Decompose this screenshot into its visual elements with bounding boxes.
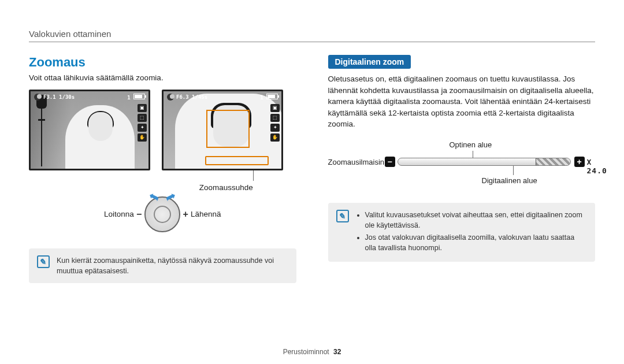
osd-icon: ▣ — [270, 104, 280, 112]
callout-line — [513, 166, 514, 175]
exposure-info-1: F3.1 1/30s — [43, 94, 75, 100]
minus-icon: − — [385, 157, 395, 167]
section-title-zoom: Zoomaus — [29, 55, 296, 70]
zoom-indicator-diagram: Optinen alue Zoomausilmaisin − + X 24.0 … — [328, 140, 596, 187]
plus-icon: + — [574, 157, 585, 167]
note-icon: ✎ — [37, 255, 50, 268]
osd-icon: ✦ — [138, 124, 147, 132]
note-item: Jos otat valokuvan digitaalisella zoomil… — [365, 232, 588, 253]
zoom-dial[interactable]: ➦ ➦ − + — [144, 196, 180, 232]
plus-icon: + — [183, 209, 188, 220]
digital-zoom-heading: Digitaalinen zoom — [328, 55, 411, 69]
shot-count: 1 — [127, 95, 130, 101]
callout-line — [473, 151, 473, 158]
zoom-indicator-label: Zoomausilmaisin — [328, 158, 385, 166]
shot-count: 1 — [260, 95, 263, 101]
note-box: ✎ Kun kierrät zoomauspainiketta, näytöss… — [29, 248, 296, 283]
digital-zone — [536, 158, 570, 165]
page-footer: Perustoiminnot 32 — [0, 348, 624, 356]
osd-icon: ✋ — [138, 133, 147, 142]
osd-icon: ⬚ — [138, 114, 147, 122]
note-list: Valitut kuvausasetukset voivat aiheuttaa… — [356, 210, 588, 255]
battery-icon — [133, 94, 145, 99]
left-column: Zoomaus Voit ottaa lähikuvia säätämällä … — [29, 55, 296, 283]
viewfinder-tele: F6.3 1/45s 1 ▣ ⬚ ✦ ✋ — [162, 90, 283, 170]
osd-icon: ▣ — [138, 104, 147, 112]
osd-icon: ✦ — [270, 124, 280, 132]
zoom-dial-row: Loitonna ➦ ➦ − + Lähennä — [29, 196, 296, 232]
mode-icon — [34, 94, 41, 101]
optical-range-label: Optinen alue — [450, 140, 492, 149]
note-text: Kun kierrät zoomauspainiketta, näytössä … — [57, 255, 288, 276]
breadcrumb: Valokuvien ottaminen — [29, 29, 595, 39]
intro-text: Voit ottaa lähikuvia säätämällä zoomia. — [29, 72, 296, 84]
battery-icon — [266, 94, 278, 99]
note-icon: ✎ — [336, 210, 349, 222]
zoom-ratio-bar — [205, 156, 269, 165]
digital-zoom-body: Oletusasetus on, että digitaalinen zooma… — [328, 73, 596, 130]
footer-section: Perustoiminnot — [283, 348, 329, 356]
viewfinder-wide: F3.1 1/30s 1 ▣ ⬚ ✦ ✋ — [29, 90, 150, 170]
zoom-out-label: Loitonna — [104, 210, 134, 218]
note-box: ✎ Valitut kuvausasetukset voivat aiheutt… — [328, 203, 596, 262]
zoom-bar — [398, 158, 571, 166]
viewfinder-row: F3.1 1/30s 1 ▣ ⬚ ✦ ✋ F6.3 1/45s 1 — [29, 90, 296, 170]
osd-icon: ✋ — [270, 133, 280, 142]
page-number: 32 — [333, 348, 341, 356]
note-item: Valitut kuvausasetukset voivat aiheuttaa… — [365, 210, 588, 231]
zoom-max-value: X 24.0 — [587, 158, 607, 175]
mode-icon — [167, 94, 174, 101]
digital-range-label: Digitaalinen alue — [482, 176, 537, 185]
zoom-in-label: Lähennä — [191, 210, 221, 218]
zoom-ratio-label: Zoomaussuhde — [156, 183, 296, 192]
callout-line — [253, 170, 296, 181]
exposure-info-2: F6.3 1/45s — [176, 94, 207, 100]
minus-icon: − — [136, 209, 142, 220]
face-detect-box — [206, 110, 250, 148]
osd-icon: ⬚ — [270, 114, 280, 122]
right-column: Digitaalinen zoom Oletusasetus on, että … — [328, 55, 596, 283]
header-rule — [29, 42, 595, 42]
